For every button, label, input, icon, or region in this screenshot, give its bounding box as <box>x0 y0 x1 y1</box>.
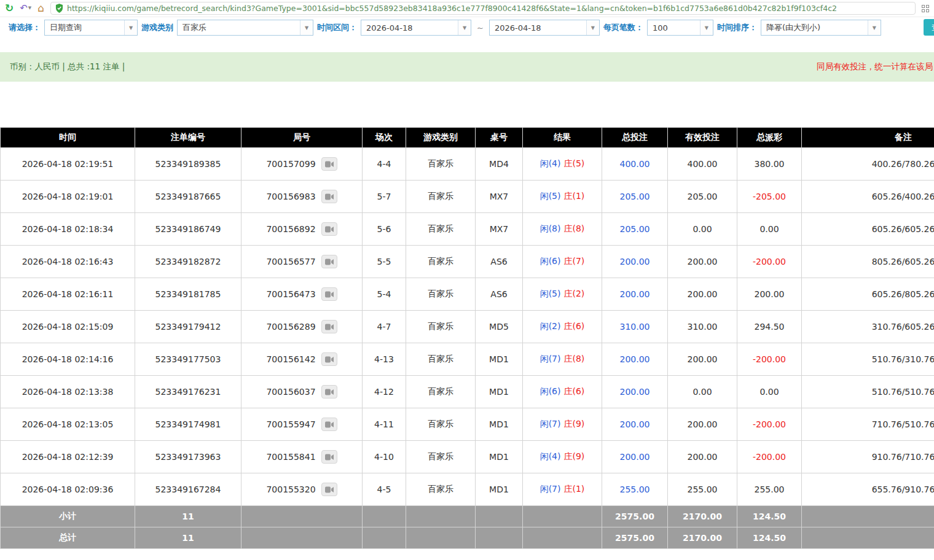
grand-total-valid-bet: 2170.00 <box>668 527 737 548</box>
replay-video-icon[interactable] <box>321 483 337 496</box>
cell-game-type: 百家乐 <box>406 441 475 473</box>
cell-time: 2026-04-18 02:14:16 <box>1 343 135 375</box>
table-row: 2026-04-18 02:13:05 523349174981 7001559… <box>1 408 934 440</box>
apps-grid-icon[interactable] <box>922 5 929 12</box>
cell-valid-bet: 200.00 <box>668 408 737 440</box>
cell-table-code: AS6 <box>476 278 522 310</box>
result-banker: 庄(2) <box>564 289 585 298</box>
date-to-picker[interactable]: 2026-04-18 ▼ <box>489 20 600 36</box>
cell-valid-bet: 310.00 <box>668 311 737 343</box>
cell-game-type: 百家乐 <box>406 343 475 375</box>
cell-valid-bet: 0.00 <box>668 213 737 245</box>
cell-payout: 0.00 <box>737 213 801 245</box>
cell-time: 2026-04-18 02:19:51 <box>1 148 135 180</box>
grand-total-label: 总计 <box>1 527 135 548</box>
cell-remark: 655.76/910.76 <box>802 473 934 505</box>
cell-result: 闲(4)庄(9) <box>523 441 602 473</box>
cell-result: 闲(6)庄(7) <box>523 246 602 278</box>
filter-bar: 请选择： 日期查询 ▼ 游戏类别 百家乐 ▼ 时间区间： 2026-04-18 … <box>0 17 934 38</box>
cell-table-code: MX7 <box>476 213 522 245</box>
chevron-down-icon[interactable]: ▼ <box>868 20 881 35</box>
cell-bet-id: 523349176231 <box>135 376 241 408</box>
cell-valid-bet: 200.00 <box>668 246 737 278</box>
cell-payout: -205.00 <box>737 181 801 212</box>
table-row: 2026-04-18 02:16:43 523349182872 7001565… <box>1 246 934 278</box>
cell-bet-id: 523349189385 <box>135 148 241 180</box>
cell-result: 闲(5)庄(1) <box>523 181 602 212</box>
date-from-picker[interactable]: 2026-04-18 ▼ <box>361 20 471 36</box>
cell-bet-id: 523349186749 <box>135 213 241 245</box>
chevron-down-icon[interactable]: ▼ <box>586 20 599 35</box>
chevron-down-icon[interactable]: ▼ <box>300 20 313 35</box>
cell-valid-bet: 200.00 <box>668 278 737 310</box>
table-body: 2026-04-18 02:19:51 523349189385 7001570… <box>1 148 934 505</box>
cell-time: 2026-04-18 02:16:43 <box>1 246 135 278</box>
cell-table-code: MD1 <box>476 408 522 440</box>
result-player: 闲(4) <box>540 158 561 168</box>
cell-payout: 0.00 <box>737 376 801 408</box>
round-number: 700156983 <box>266 192 315 201</box>
result-player: 闲(7) <box>540 484 561 494</box>
replay-video-icon[interactable] <box>321 320 337 333</box>
cell-total-bet: 200.00 <box>602 246 667 278</box>
bet-records-table: 时间 注单编号 局号 场次 游戏类别 桌号 结果 总投注 有效投注 总派彩 备注… <box>0 127 934 549</box>
cell-payout: 200.00 <box>737 278 801 310</box>
cell-table-code: MD1 <box>476 473 522 505</box>
replay-video-icon[interactable] <box>321 287 337 301</box>
cell-session: 4-10 <box>363 441 406 473</box>
column-header-round: 局号 <box>241 128 362 147</box>
round-number: 700156577 <box>266 257 315 266</box>
query-type-combo[interactable]: 日期查询 ▼ <box>44 20 138 36</box>
url-bar[interactable]: https://kiqiiu.com/game/betrecord_search… <box>50 2 916 15</box>
refresh-icon[interactable]: ↻ <box>5 3 14 14</box>
summary-bar: 币别：人民币 | 总共 :11 注单 | 同局有效投注，统一计算在该局 <box>0 52 934 82</box>
cell-result: 闲(8)庄(8) <box>523 213 602 245</box>
cell-table-code: AS6 <box>476 246 522 278</box>
chevron-down-icon[interactable]: ▼ <box>458 20 471 35</box>
cell-bet-id: 523349179412 <box>135 311 241 343</box>
cell-session: 5-6 <box>363 213 406 245</box>
cell-total-bet: 200.00 <box>602 441 667 473</box>
game-type-value: 百家乐 <box>178 20 300 35</box>
subtotal-payout: 124.50 <box>737 506 801 527</box>
cell-remark: 310.76/605.26 <box>802 311 934 343</box>
game-type-combo[interactable]: 百家乐 ▼ <box>177 20 313 36</box>
replay-video-icon[interactable] <box>321 157 337 171</box>
replay-video-icon[interactable] <box>321 352 337 366</box>
cell-total-bet: 205.00 <box>602 181 667 212</box>
chevron-down-icon[interactable]: ▼ <box>124 20 137 35</box>
replay-video-icon[interactable] <box>321 222 337 236</box>
undo-icon[interactable]: ↶▼ <box>20 4 31 13</box>
cell-result: 闲(5)庄(2) <box>523 278 602 310</box>
replay-video-icon[interactable] <box>321 190 337 203</box>
cell-valid-bet: 400.00 <box>668 148 737 180</box>
table-row: 2026-04-18 02:14:16 523349177503 7001561… <box>1 343 934 375</box>
sort-order-value: 降幂(由大到小) <box>761 20 868 35</box>
cell-table-code: MX7 <box>476 181 522 212</box>
cell-time: 2026-04-18 02:19:01 <box>1 181 135 212</box>
chevron-down-icon[interactable]: ▼ <box>700 20 713 35</box>
replay-video-icon[interactable] <box>321 385 337 399</box>
undo-dropdown-caret-icon[interactable]: ▼ <box>28 6 31 10</box>
result-player: 闲(2) <box>540 321 561 331</box>
home-icon[interactable]: ⌂ <box>37 3 44 14</box>
cell-total-bet: 200.00 <box>602 278 667 310</box>
replay-video-icon[interactable] <box>321 450 337 464</box>
cell-result: 闲(6)庄(6) <box>523 376 602 408</box>
page-size-combo[interactable]: 100 ▼ <box>647 20 713 36</box>
replay-video-icon[interactable] <box>321 418 337 431</box>
sort-order-combo[interactable]: 降幂(由大到小) ▼ <box>761 20 881 36</box>
page-size-label: 每页笔数： <box>603 22 643 33</box>
replay-video-icon[interactable] <box>321 255 337 268</box>
url-text[interactable]: https://kiqiiu.com/game/betrecord_search… <box>67 4 837 13</box>
cell-total-bet: 400.00 <box>602 148 667 180</box>
cell-total-bet: 200.00 <box>602 376 667 408</box>
table-row: 2026-04-18 02:19:01 523349187665 7001569… <box>1 181 934 212</box>
result-banker: 庄(6) <box>564 386 585 396</box>
result-player: 闲(4) <box>540 451 561 461</box>
cell-time: 2026-04-18 02:13:05 <box>1 408 135 440</box>
search-button[interactable]: 查询 <box>924 19 934 36</box>
result-banker: 庄(5) <box>564 158 585 168</box>
cell-round: 700156892 <box>241 213 362 245</box>
column-header-payout: 总派彩 <box>737 128 801 147</box>
